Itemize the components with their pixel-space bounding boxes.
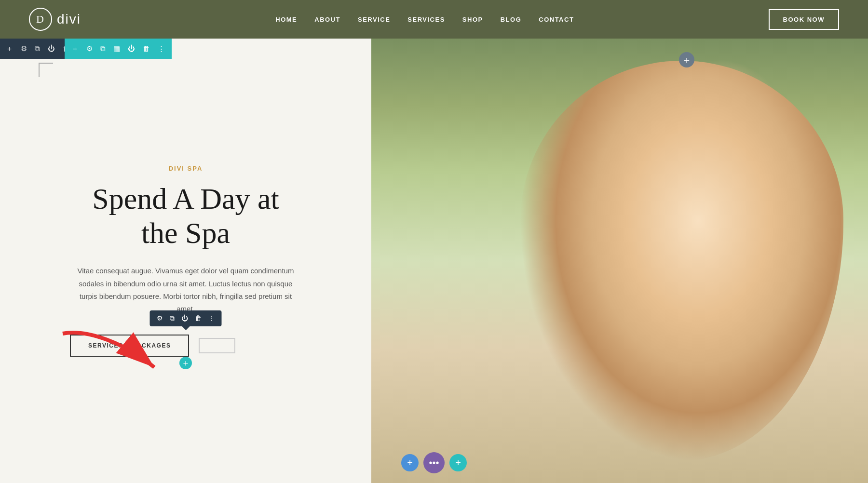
services-packages-button[interactable]: SERVICES & PACKAGES [70,335,189,357]
ctx-delete-icon[interactable]: 🗑 [195,315,202,322]
row-delete-icon[interactable]: 🗑 [143,45,150,53]
main-content: DIVI SPA Spend A Day at the Spa Vitae co… [0,39,868,483]
nav-shop[interactable]: SHOP [462,16,483,23]
add-section-right-button[interactable]: ＋ [679,52,694,67]
nav-about[interactable]: ABOUT [314,16,340,23]
logo-circle: D [29,8,52,31]
bottom-float-controls: + ••• + [401,452,467,473]
row-clone-icon[interactable]: ⧉ [100,45,106,53]
row-toggle-icon[interactable]: ⏻ [128,45,135,53]
nav-blog[interactable]: BLOG [501,16,522,23]
right-panel: ＋ [371,39,868,483]
book-now-button[interactable]: BOOK NOW [769,9,839,30]
body-text: Vitae consequat augue. Vivamus eget dolo… [70,265,301,315]
navbar-nav: HOME ABOUT SERVICE SERVICES SHOP BLOG CO… [275,16,574,23]
button-context-menu: ⚙ ⧉ ⏻ 🗑 ⋮ [150,310,222,326]
editor-toolbar-row: ＋ ⚙ ⧉ ▦ ⏻ 🗑 ⋮ [65,39,172,59]
ctx-settings-icon[interactable]: ⚙ [157,314,163,322]
corner-mark [39,63,53,77]
row-settings-icon[interactable]: ⚙ [86,44,93,53]
ctx-toggle-icon[interactable]: ⏻ [181,315,188,322]
spa-label: DIVI SPA [70,165,301,172]
button-row: ⚙ ⧉ ⏻ 🗑 ⋮ SERVICES & PACKAGES ＋ [70,335,301,357]
left-content: DIVI SPA Spend A Day at the Spa Vitae co… [70,165,301,357]
logo-text: divi [57,12,81,27]
float-teal-button[interactable]: + [449,454,467,471]
add-section-icon[interactable]: ＋ [6,44,13,54]
float-add-button[interactable]: + [401,454,419,471]
navbar: D divi HOME ABOUT SERVICE SERVICES SHOP … [0,0,868,39]
toggle-icon[interactable]: ⏻ [48,45,55,53]
row-add-icon[interactable]: ＋ [71,44,79,54]
main-heading: Spend A Day at the Spa [70,182,301,251]
nav-service[interactable]: SERVICE [358,16,390,23]
nav-contact[interactable]: CONTACT [539,16,574,23]
add-module-button[interactable]: ＋ [179,357,192,369]
nav-services[interactable]: SERVICES [407,16,445,23]
hero-photo [371,39,868,483]
ctx-more-icon[interactable]: ⋮ [208,314,215,322]
left-panel: DIVI SPA Spend A Day at the Spa Vitae co… [0,39,371,483]
clone-icon[interactable]: ⧉ [35,45,40,53]
float-menu-button[interactable]: ••• [423,452,445,473]
row-more-icon[interactable]: ⋮ [158,44,165,53]
nav-home[interactable]: HOME [275,16,297,23]
ctx-clone-icon[interactable]: ⧉ [170,315,175,322]
settings-icon[interactable]: ⚙ [21,44,27,53]
row-grid-icon[interactable]: ▦ [113,44,120,53]
logo[interactable]: D divi [29,8,81,31]
secondary-button[interactable] [199,338,235,353]
